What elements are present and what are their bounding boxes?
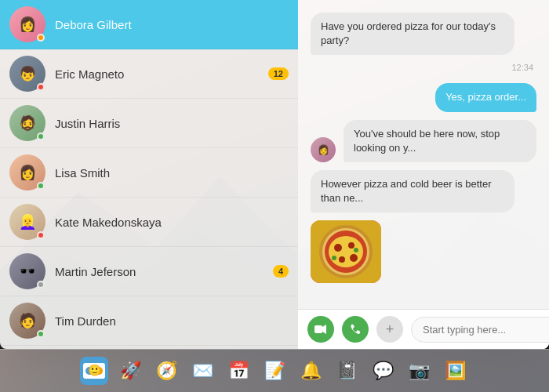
contact-name-debora: Debora Gilbert — [55, 18, 289, 31]
message-bubble-2: Yes, pizza order... — [435, 83, 536, 111]
contact-name-lisa: Lisa Smith — [55, 166, 289, 180]
svg-marker-14 — [322, 325, 326, 334]
chat-input-area: + — [298, 309, 549, 349]
message-bubble-3: You've should be here now, stop looking … — [344, 120, 536, 162]
status-dot-tim — [37, 330, 45, 338]
dock-item-contacts[interactable]: 📓 — [330, 354, 363, 387]
contact-name-eric: Eric Magneto — [55, 67, 268, 81]
contact-name-tim: Tim Durden — [55, 314, 289, 328]
dock-item-reminders[interactable]: 🔔 — [294, 354, 327, 387]
contact-item-tim[interactable]: 🧑 Tim Durden — [0, 296, 298, 346]
svg-point-9 — [350, 254, 358, 262]
avatar-wrapper-debora: 👩 — [9, 6, 45, 42]
pizza-image — [311, 220, 381, 283]
status-dot-kate — [37, 231, 45, 239]
phone-call-button[interactable] — [342, 316, 369, 343]
dock-item-photos[interactable]: 🖼️ — [438, 354, 471, 387]
svg-point-7 — [348, 242, 354, 249]
svg-rect-13 — [314, 325, 322, 333]
svg-point-10 — [332, 256, 336, 260]
message-row-2: Yes, pizza order... — [311, 83, 536, 111]
avatar-wrapper-eric: 👦 — [9, 56, 45, 92]
avatar-wrapper-justin: 🧔 — [9, 105, 45, 141]
contact-item-debora[interactable]: 👩 Debora Gilbert — [0, 0, 298, 49]
status-dot-justin — [37, 132, 45, 140]
contact-name-kate: Kate Makedonskaya — [55, 216, 289, 229]
dock-item-facetime[interactable]: 📷 — [402, 354, 435, 387]
dock-item-calendar[interactable]: 📅 — [222, 354, 255, 387]
contact-name-martin: Martin Jeferson — [55, 265, 273, 278]
svg-point-11 — [354, 248, 358, 252]
svg-point-8 — [339, 256, 345, 263]
message-input[interactable] — [411, 317, 549, 343]
avatar-wrapper-tim: 🧑 — [9, 303, 45, 339]
add-button[interactable]: + — [376, 316, 403, 343]
contact-item-justin[interactable]: 🧔 Justin Harris — [0, 99, 298, 148]
avatar-wrapper-lisa: 👩 — [9, 154, 45, 191]
video-call-button[interactable] — [307, 316, 334, 343]
mini-avatar-chat: 👩 — [311, 137, 336, 162]
message-row-3: 👩 You've should be here now, stop lookin… — [311, 120, 536, 162]
chat-window: 👩 Debora Gilbert 👦 Eric Magneto 12 🧔 Jus… — [0, 0, 549, 349]
contact-item-eric[interactable]: 👦 Eric Magneto 12 — [0, 49, 298, 99]
message-time-2: 12:34 — [511, 63, 533, 72]
contact-item-martin[interactable]: 🕶️ Martin Jeferson 4 — [0, 247, 298, 296]
message-bubble-1: Have you ordered pizza for our today's p… — [311, 13, 514, 55]
message-bubble-4: However pizza and cold beer is better th… — [311, 170, 514, 212]
svg-point-5 — [329, 236, 363, 267]
status-dot-debora — [37, 34, 45, 42]
message-row-4: However pizza and cold beer is better th… — [311, 170, 536, 212]
message-row-5 — [311, 220, 536, 283]
dock-item-finder[interactable]: 🙂 — [78, 354, 111, 387]
badge-eric: 12 — [268, 67, 289, 80]
contacts-sidebar: 👩 Debora Gilbert 👦 Eric Magneto 12 🧔 Jus… — [0, 0, 298, 349]
avatar-wrapper-kate: 👱‍♀️ — [9, 204, 45, 240]
add-icon: + — [386, 321, 394, 338]
message-row-1: Have you ordered pizza for our today's p… — [311, 13, 536, 55]
contact-item-kate[interactable]: 👱‍♀️ Kate Makedonskaya — [0, 198, 298, 247]
dock-item-messages[interactable]: 💬 — [366, 354, 399, 387]
badge-martin: 4 — [273, 265, 289, 278]
svg-point-6 — [334, 244, 342, 252]
dock-item-launchpad[interactable]: 🚀 — [114, 354, 147, 387]
dock: 🙂 🚀 🧭 ✉️ 📅 📝 🔔 📓 💬 📷 🖼️ — [0, 349, 549, 392]
messages-container: Have you ordered pizza for our today's p… — [298, 0, 549, 309]
message-time-row-2: 12:34 — [311, 63, 536, 75]
contact-item-lisa[interactable]: 👩 Lisa Smith — [0, 148, 298, 198]
dock-item-mail[interactable]: ✉️ — [186, 354, 219, 387]
status-dot-martin — [37, 281, 45, 289]
status-dot-lisa — [37, 182, 45, 190]
svg-text:🙂: 🙂 — [88, 364, 102, 377]
contact-name-justin: Justin Harris — [55, 117, 289, 130]
dock-item-safari[interactable]: 🧭 — [150, 354, 183, 387]
chat-area: Have you ordered pizza for our today's p… — [298, 0, 549, 349]
dock-item-notes[interactable]: 📝 — [258, 354, 291, 387]
avatar-wrapper-martin: 🕶️ — [9, 253, 45, 289]
status-dot-eric — [37, 83, 45, 91]
